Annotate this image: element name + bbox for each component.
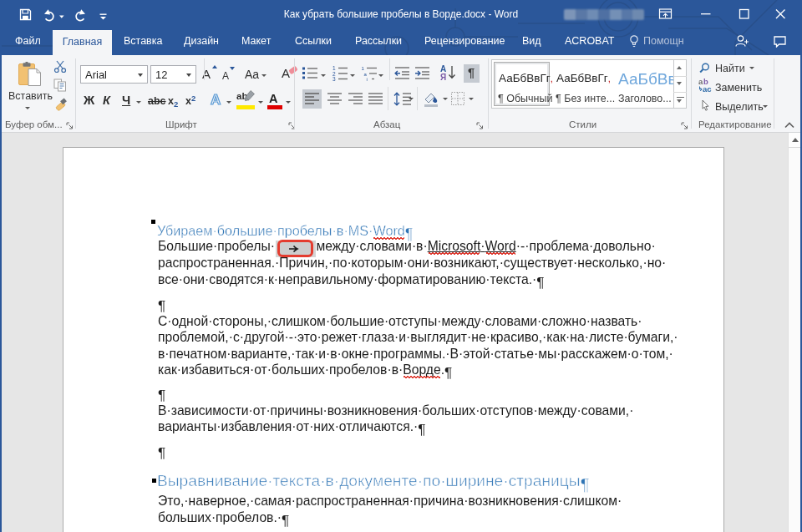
svg-text:3: 3	[332, 76, 336, 81]
svg-text:Я: Я	[440, 73, 446, 81]
svg-text:1: 1	[362, 66, 365, 71]
svg-text:i: i	[367, 77, 368, 81]
svg-text:ac: ac	[703, 84, 712, 93]
svg-text:a: a	[364, 72, 368, 77]
